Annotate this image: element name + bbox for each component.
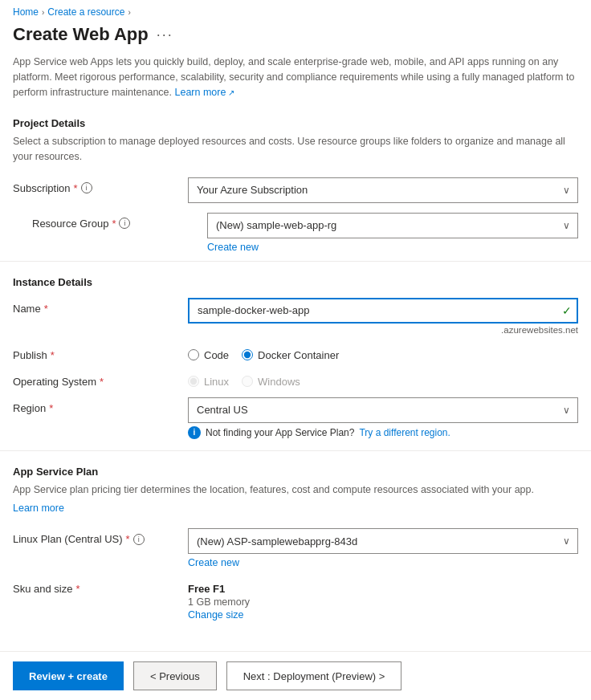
sku-required: * [75, 583, 79, 595]
linux-plan-required: * [126, 533, 130, 545]
breadcrumb-home[interactable]: Home [13, 6, 39, 18]
publish-code-option[interactable]: Code [188, 349, 229, 361]
os-label: Operating System * [13, 371, 181, 388]
footer: Review + create < Previous Next : Deploy… [0, 651, 591, 700]
app-service-plan-desc: App Service plan pricing tier determines… [0, 482, 591, 524]
subscription-required: * [74, 182, 78, 194]
os-linux-option[interactable]: Linux [188, 376, 229, 388]
breadcrumb: Home › Create a resource › [0, 0, 591, 21]
resource-group-required: * [112, 218, 116, 230]
region-note: i Not finding your App Service Plan? Try… [188, 426, 578, 439]
page-description: App Service web Apps lets you quickly bu… [0, 55, 591, 109]
sku-info: Free F1 1 GB memory Change size [188, 578, 578, 621]
publish-required: * [51, 349, 55, 361]
learn-more-link[interactable]: Learn more [175, 87, 235, 98]
region-try-link[interactable]: Try a different region. [359, 427, 450, 438]
resource-group-control: (New) sample-web-app-rg Create new [207, 213, 578, 253]
publish-code-label: Code [204, 349, 229, 361]
publish-radio-group: Code Docker Container [188, 344, 578, 361]
linux-plan-select[interactable]: (New) ASP-samplewebapprg-843d [188, 528, 578, 554]
change-size-link[interactable]: Change size [188, 609, 244, 621]
subscription-label: Subscription * i [13, 177, 181, 194]
linux-plan-control: (New) ASP-samplewebapprg-843d Create new [188, 528, 578, 568]
linux-plan-row: Linux Plan (Central US) * i (New) ASP-sa… [0, 523, 591, 573]
breadcrumb-create-resource[interactable]: Create a resource [47, 6, 124, 18]
resource-group-label: Resource Group * i [32, 213, 201, 230]
linux-plan-info-icon[interactable]: i [133, 534, 145, 545]
publish-docker-radio[interactable] [242, 349, 253, 360]
subscription-info-icon[interactable]: i [81, 182, 92, 193]
publish-code-radio[interactable] [188, 349, 199, 360]
app-service-plan-header: App Service Plan [0, 458, 591, 482]
subscription-control: Your Azure Subscription [188, 177, 578, 203]
os-required: * [100, 376, 104, 388]
os-windows-radio[interactable] [242, 376, 253, 387]
create-new-plan-link[interactable]: Create new [188, 557, 239, 568]
resource-group-select[interactable]: (New) sample-web-app-rg [207, 213, 578, 238]
name-check-icon: ✓ [562, 304, 572, 317]
next-button[interactable]: Next : Deployment (Preview) > [226, 661, 402, 690]
os-linux-radio[interactable] [188, 376, 199, 387]
create-new-rg-link[interactable]: Create new [207, 242, 259, 253]
resource-group-row: Resource Group * i (New) sample-web-app-… [0, 208, 591, 254]
page-title-row: Create Web App ··· [0, 21, 591, 55]
sku-row: Sku and size * Free F1 1 GB memory Chang… [0, 573, 591, 625]
sku-label: Sku and size * [13, 578, 181, 595]
publish-docker-label: Docker Container [258, 349, 339, 361]
resource-group-info-icon[interactable]: i [119, 218, 130, 229]
name-input-wrapper: ✓ [188, 298, 578, 324]
os-row: Operating System * Linux Windows [0, 366, 591, 393]
publish-control: Code Docker Container [188, 344, 578, 361]
linux-plan-label: Linux Plan (Central US) * i [13, 528, 181, 545]
region-select-wrapper[interactable]: Central US [188, 397, 578, 423]
publish-row: Publish * Code Docker Container [0, 340, 591, 366]
region-control: Central US i Not finding your App Servic… [188, 397, 578, 439]
project-details-header: Project Details [0, 109, 591, 134]
os-linux-label: Linux [204, 376, 229, 388]
previous-button[interactable]: < Previous [133, 661, 217, 690]
name-required: * [44, 303, 48, 315]
os-control: Linux Windows [188, 371, 578, 388]
name-control: ✓ .azurewebsites.net [188, 298, 578, 335]
os-windows-option[interactable]: Windows [242, 376, 300, 388]
region-label: Region * [13, 397, 181, 414]
region-info-icon: i [188, 426, 201, 439]
region-note-text: Not finding your App Service Plan? [206, 427, 354, 438]
linux-plan-select-wrapper[interactable]: (New) ASP-samplewebapprg-843d [188, 528, 578, 554]
subscription-select-wrapper[interactable]: Your Azure Subscription [188, 177, 578, 203]
os-windows-label: Windows [258, 376, 300, 388]
region-row: Region * Central US i Not finding your A… [0, 393, 591, 444]
publish-docker-option[interactable]: Docker Container [242, 349, 339, 361]
instance-details-header: Instance Details [0, 268, 591, 293]
description-text: App Service web Apps lets you quickly bu… [13, 56, 574, 98]
sku-memory: 1 GB memory [188, 596, 578, 608]
name-row: Name * ✓ .azurewebsites.net [0, 293, 591, 340]
review-create-button[interactable]: Review + create [13, 661, 124, 690]
app-service-learn-more-link[interactable]: Learn more [13, 501, 64, 516]
name-input[interactable] [188, 298, 578, 324]
subscription-row: Subscription * i Your Azure Subscription [0, 173, 591, 208]
subscription-select[interactable]: Your Azure Subscription [188, 177, 578, 203]
publish-label: Publish * [13, 344, 181, 361]
domain-suffix: .azurewebsites.net [188, 325, 578, 335]
project-details-desc: Select a subscription to manage deployed… [0, 134, 591, 173]
more-options-icon[interactable]: ··· [157, 26, 173, 43]
sku-name: Free F1 [188, 583, 578, 595]
sku-control: Free F1 1 GB memory Change size [188, 578, 578, 621]
resource-group-select-wrapper[interactable]: (New) sample-web-app-rg [207, 213, 578, 238]
name-label: Name * [13, 298, 181, 315]
breadcrumb-chevron-2: › [128, 8, 130, 17]
region-required: * [49, 402, 53, 414]
page-title: Create Web App [13, 24, 149, 45]
breadcrumb-chevron-1: › [42, 8, 44, 17]
os-radio-group: Linux Windows [188, 371, 578, 388]
region-select[interactable]: Central US [188, 397, 578, 423]
